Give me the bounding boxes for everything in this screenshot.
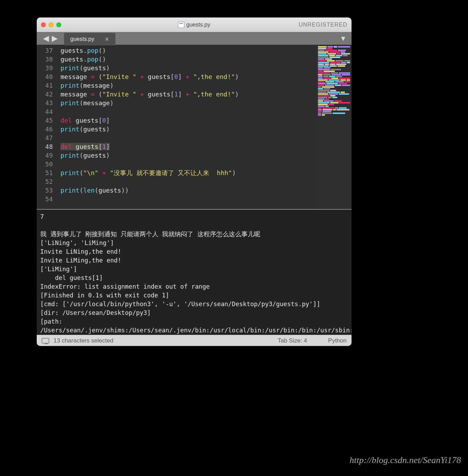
maximize-icon[interactable]	[56, 22, 61, 27]
code-line[interactable]: message = ("Invite " + guests[1] + ",the…	[61, 90, 317, 99]
file-icon	[178, 22, 184, 28]
nav-arrows: ◀ ▶	[40, 32, 61, 45]
window-controls	[41, 22, 61, 27]
line-number: 49	[37, 151, 53, 160]
title-text: guests.py	[186, 22, 210, 28]
status-bar: 13 characters selected Tab Size: 4 Pytho…	[37, 335, 352, 346]
close-icon[interactable]	[41, 22, 46, 27]
code-line[interactable]: guests.pop()	[61, 55, 317, 64]
tab-close-icon[interactable]: ✕	[105, 36, 109, 43]
tab-label: guests.py	[70, 36, 94, 42]
minimap[interactable]	[317, 45, 352, 209]
line-number: 52	[37, 177, 53, 186]
tab-bar: ◀ ▶ guests.py ✕ ▼	[37, 32, 352, 45]
line-number: 40	[37, 72, 53, 81]
code-line[interactable]	[61, 177, 317, 186]
line-number: 37	[37, 46, 53, 55]
code-line[interactable]: print(guests)	[61, 64, 317, 72]
status-tabsize[interactable]: Tab Size: 4	[278, 337, 307, 344]
status-syntax[interactable]: Python	[328, 337, 347, 344]
code-line[interactable]	[61, 195, 317, 203]
line-number: 43	[37, 99, 53, 107]
line-number: 46	[37, 125, 53, 134]
minimize-icon[interactable]	[49, 22, 54, 27]
watermark: http://blog.csdn.net/SeanYi178	[349, 455, 461, 466]
line-number: 54	[37, 195, 53, 203]
console-icon[interactable]	[42, 338, 49, 344]
code-line[interactable]: print(message)	[61, 99, 317, 107]
code-line[interactable]	[61, 160, 317, 168]
line-number: 44	[37, 107, 53, 116]
tab-dropdown-icon[interactable]: ▼	[335, 32, 352, 45]
nav-forward-icon[interactable]: ▶	[52, 34, 58, 43]
code-line[interactable]	[61, 134, 317, 142]
line-number: 41	[37, 81, 53, 90]
line-number: 39	[37, 64, 53, 72]
nav-back-icon[interactable]: ◀	[43, 34, 49, 43]
line-number: 48	[37, 142, 53, 151]
code-line[interactable]: del guests[1]	[61, 142, 317, 151]
line-number: 45	[37, 116, 53, 125]
code-line[interactable]: print("\n" + "没事儿 就不要邀请了 又不让人来 hhh")	[61, 168, 317, 177]
code-line[interactable]: print(len(guests))	[61, 186, 317, 195]
code-line[interactable]: print(guests)	[61, 151, 317, 160]
registration-status: UNREGISTERED	[299, 22, 347, 28]
file-tab[interactable]: guests.py ✕	[64, 33, 115, 45]
line-number: 51	[37, 168, 53, 177]
code-line[interactable]	[61, 107, 317, 116]
status-selection: 13 characters selected	[54, 337, 278, 344]
line-number: 50	[37, 160, 53, 168]
code-line[interactable]: guests.pop()	[61, 46, 317, 55]
titlebar: guests.py UNREGISTERED	[37, 17, 352, 32]
line-gutter: 373839404142434445464748495051525354	[37, 46, 56, 209]
line-number: 42	[37, 90, 53, 99]
code-line[interactable]: message = ("Invite " + guests[0] + ",the…	[61, 72, 317, 81]
line-number: 38	[37, 55, 53, 64]
code-line[interactable]: del guests[0]	[61, 116, 317, 125]
build-output[interactable]: 7 我 遇到事儿了 刚接到通知 只能请两个人 我就纳闷了 这程序怎么这么事儿呢 …	[37, 209, 352, 335]
editor-window: guests.py UNREGISTERED ◀ ▶ guests.py ✕ ▼…	[37, 17, 352, 346]
code-line[interactable]: print(message)	[61, 81, 317, 90]
code-editor[interactable]: 373839404142434445464748495051525354 gue…	[37, 45, 317, 209]
editor-area: 373839404142434445464748495051525354 gue…	[37, 45, 352, 209]
code-line[interactable]: print(guests)	[61, 125, 317, 134]
line-number: 47	[37, 134, 53, 142]
line-number: 53	[37, 186, 53, 195]
code-content[interactable]: guests.pop()guests.pop()print(guests)mes…	[56, 46, 317, 209]
